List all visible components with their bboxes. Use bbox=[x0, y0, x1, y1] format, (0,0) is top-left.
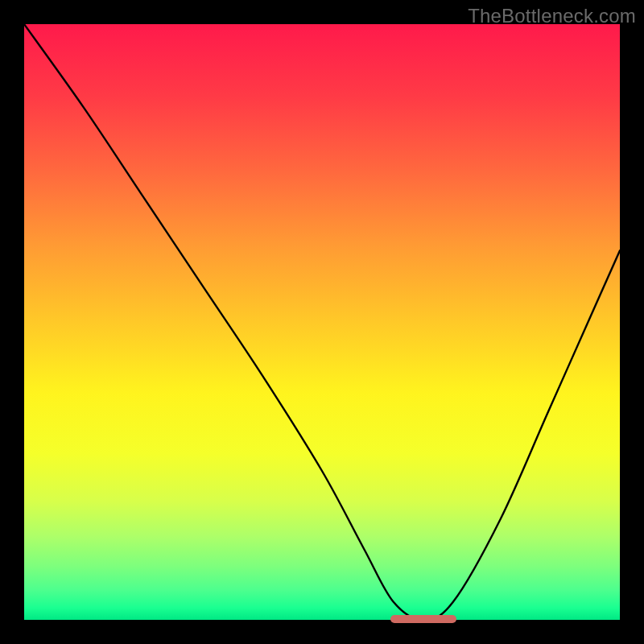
optimal-region-marker bbox=[390, 615, 456, 623]
bottleneck-curve bbox=[24, 24, 620, 620]
plot-area bbox=[24, 24, 620, 620]
watermark-text: TheBottleneck.com bbox=[468, 5, 636, 27]
chart-frame: TheBottleneck.com bbox=[0, 0, 644, 644]
